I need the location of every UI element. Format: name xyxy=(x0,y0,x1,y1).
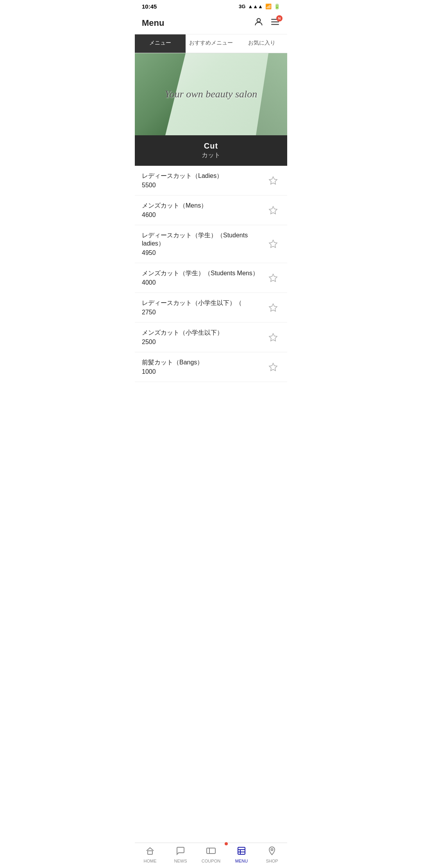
menu-item-price: 2750 xyxy=(142,309,266,316)
menu-list: レディースカット（Ladies）5500メンズカット（Mens）4600レディー… xyxy=(135,166,287,382)
menu-item-name: レディースカット（Ladies） xyxy=(142,172,266,180)
menu-item-name: メンズカット（学生）（Students Mens） xyxy=(142,269,266,278)
menu-item-info: メンズカット（学生）（Students Mens）4000 xyxy=(142,269,266,286)
notification-badge: N xyxy=(276,15,283,22)
nav-shop[interactable]: SHOP xyxy=(257,843,287,868)
menu-item-price: 4000 xyxy=(142,279,266,286)
nav-coupon-label: COUPON xyxy=(202,859,220,863)
menu-item-price: 4600 xyxy=(142,212,266,219)
status-bar: 10:45 3G ▲▲▲ 📶 🔋 xyxy=(135,0,287,13)
menu-item[interactable]: メンズカット（小学生以下）2500 xyxy=(135,323,287,352)
svg-rect-12 xyxy=(207,848,215,854)
profile-icon[interactable] xyxy=(254,17,264,29)
menu-item[interactable]: メンズカット（学生）（Students Mens）4000 xyxy=(135,263,287,293)
menu-item-info: レディースカット（小学生以下）（2750 xyxy=(142,299,266,316)
menu-item-name: メンズカット（Mens） xyxy=(142,202,266,210)
menu-item[interactable]: レディースカット（学生）（Students ladies）4950 xyxy=(135,225,287,263)
menu-item[interactable]: レディースカット（小学生以下）（2750 xyxy=(135,293,287,323)
menu-item-price: 1000 xyxy=(142,368,266,375)
menu-item-info: メンズカット（小学生以下）2500 xyxy=(142,329,266,346)
favorite-button[interactable] xyxy=(266,174,280,188)
header-icons: N xyxy=(254,17,280,29)
section-title: Cut カット xyxy=(135,135,287,166)
leaf-decoration-right xyxy=(256,53,287,135)
svg-point-0 xyxy=(257,18,261,22)
menu-item-price: 4950 xyxy=(142,249,266,256)
section-title-english: Cut xyxy=(135,142,287,151)
bottom-nav: HOME NEWS COUPON xyxy=(135,843,287,868)
notification-menu-icon[interactable]: N xyxy=(270,17,280,29)
svg-rect-16 xyxy=(238,847,245,854)
nav-news[interactable]: NEWS xyxy=(165,843,196,868)
menu-item-name: メンズカット（小学生以下） xyxy=(142,329,266,337)
menu-nav-icon xyxy=(237,846,246,857)
svg-marker-6 xyxy=(269,240,277,247)
tab-menu[interactable]: メニュー xyxy=(135,34,186,53)
banner: Your own beauty salon xyxy=(135,53,287,135)
menu-item[interactable]: メンズカット（Mens）4600 xyxy=(135,195,287,225)
tab-bar: メニューおすすめメニューお気に入り xyxy=(135,34,287,53)
signal-icon: 3G xyxy=(239,4,245,9)
menu-item[interactable]: 前髪カット（Bangs）1000 xyxy=(135,352,287,382)
nav-shop-label: SHOP xyxy=(266,859,278,863)
battery-icon: 🔋 xyxy=(274,4,280,9)
nav-home-label: HOME xyxy=(144,859,157,863)
wifi-icon: 📶 xyxy=(265,4,272,9)
tab-favorites[interactable]: お気に入り xyxy=(236,34,287,53)
menu-item[interactable]: レディースカット（Ladies）5500 xyxy=(135,166,287,195)
nav-home[interactable]: HOME xyxy=(135,843,165,868)
favorite-button[interactable] xyxy=(266,271,280,285)
svg-rect-11 xyxy=(148,851,152,854)
home-icon xyxy=(145,846,155,857)
nav-menu[interactable]: MENU xyxy=(226,843,257,868)
header: Menu N xyxy=(135,13,287,34)
news-icon xyxy=(176,846,185,857)
svg-marker-10 xyxy=(269,363,277,371)
nav-coupon[interactable]: COUPON xyxy=(196,843,226,868)
status-time: 10:45 xyxy=(142,3,157,10)
menu-item-name: レディースカット（学生）（Students ladies） xyxy=(142,231,266,248)
svg-marker-7 xyxy=(269,274,277,282)
menu-item-price: 2500 xyxy=(142,339,266,346)
menu-item-info: 前髪カット（Bangs）1000 xyxy=(142,359,266,375)
menu-item-info: レディースカット（学生）（Students ladies）4950 xyxy=(142,231,266,256)
shop-icon xyxy=(267,846,277,857)
status-icons: 3G ▲▲▲ 📶 🔋 xyxy=(239,4,280,9)
tab-recommended[interactable]: おすすめメニュー xyxy=(186,34,236,53)
svg-point-20 xyxy=(271,849,273,851)
favorite-button[interactable] xyxy=(266,237,280,251)
svg-marker-5 xyxy=(269,206,277,214)
svg-marker-4 xyxy=(269,177,277,184)
favorite-button[interactable] xyxy=(266,360,280,374)
svg-marker-8 xyxy=(269,304,277,311)
nav-news-label: NEWS xyxy=(174,859,187,863)
nav-menu-label: MENU xyxy=(235,859,248,863)
banner-text: Your own beauty salon xyxy=(165,88,257,100)
page-title: Menu xyxy=(142,18,164,28)
menu-item-name: 前髪カット（Bangs） xyxy=(142,359,266,367)
svg-marker-9 xyxy=(269,334,277,341)
favorite-button[interactable] xyxy=(266,330,280,344)
coupon-icon xyxy=(206,846,216,857)
menu-item-info: メンズカット（Mens）4600 xyxy=(142,202,266,219)
favorite-button[interactable] xyxy=(266,301,280,315)
menu-item-price: 5500 xyxy=(142,182,266,189)
section-title-japanese: カット xyxy=(135,151,287,160)
menu-item-name: レディースカット（小学生以下）（ xyxy=(142,299,266,307)
menu-item-info: レディースカット（Ladies）5500 xyxy=(142,172,266,189)
signal-bars-icon: ▲▲▲ xyxy=(248,4,263,9)
favorite-button[interactable] xyxy=(266,203,280,217)
